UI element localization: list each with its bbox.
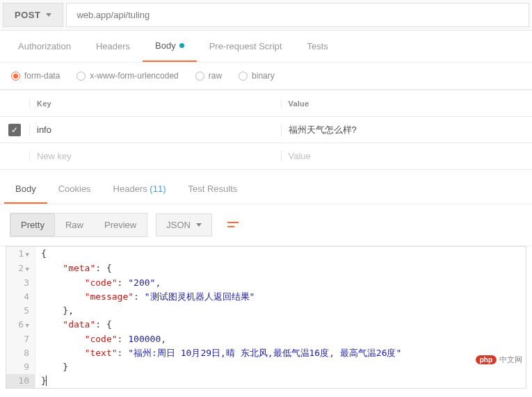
body-type-form-data[interactable]: form-data — [11, 71, 60, 81]
response-view-row: PrettyRawPreview JSON — [0, 204, 532, 246]
watermark-badge: php — [476, 355, 497, 364]
line-number: 10 — [6, 374, 35, 388]
new-value-input[interactable]: Value — [281, 151, 533, 161]
row-enabled-checkbox[interactable]: ✓ — [8, 124, 21, 136]
line-number: 3 — [6, 276, 35, 290]
header-count-badge: (11) — [147, 184, 166, 194]
request-url-input[interactable]: web.app/api/tuling — [66, 3, 529, 27]
response-tab-body[interactable]: Body — [4, 175, 47, 204]
table-new-row: New key Value — [0, 143, 532, 169]
code-line: 10} — [6, 374, 526, 388]
line-number: 9 — [6, 360, 35, 374]
response-tab-test-results[interactable]: Test Results — [177, 175, 248, 204]
fold-toggle-icon[interactable]: ▼ — [24, 262, 29, 276]
response-tab-headers[interactable]: Headers (11) — [102, 175, 177, 204]
code-line: 3 "code": "200", — [6, 276, 526, 290]
table-row: ✓ info 福州天气怎么样? — [0, 116, 532, 143]
radio-icon — [195, 72, 204, 81]
http-method-label: POST — [15, 10, 40, 20]
view-mode-pretty[interactable]: Pretty — [10, 213, 55, 236]
tab-tests[interactable]: Tests — [294, 31, 340, 62]
tab-body[interactable]: Body — [143, 31, 197, 62]
code-line: 1 ▼{ — [6, 247, 526, 261]
tab-authorization[interactable]: Authorization — [6, 31, 83, 62]
line-number: 4 — [6, 290, 35, 304]
header-key: Key — [29, 99, 281, 108]
param-value-input[interactable]: 福州天气怎么样? — [281, 124, 533, 136]
new-key-input[interactable]: New key — [29, 151, 281, 161]
tab-pre-request-script[interactable]: Pre-request Script — [197, 31, 295, 62]
line-number: 5 — [6, 304, 35, 318]
wrap-lines-button[interactable] — [222, 216, 244, 234]
code-line: 9 } — [6, 360, 526, 374]
code-line: 5 }, — [6, 304, 526, 318]
code-line: 8 "text": "福州:周日 10月29日,晴 东北风,最低气温16度, 最… — [6, 346, 526, 360]
fold-toggle-icon[interactable]: ▼ — [24, 318, 29, 332]
code-line: 6 ▼ "data": { — [6, 318, 526, 332]
radio-icon — [239, 72, 248, 81]
body-type-raw[interactable]: raw — [195, 71, 222, 81]
view-mode-preview[interactable]: Preview — [94, 213, 147, 236]
view-mode-raw[interactable]: Raw — [55, 213, 94, 236]
fold-toggle-icon[interactable]: ▼ — [24, 248, 29, 261]
http-method-select[interactable]: POST — [3, 3, 63, 27]
radio-icon — [76, 72, 86, 81]
request-tabs: AuthorizationHeadersBodyPre-request Scri… — [0, 31, 532, 63]
response-tabs: BodyCookiesHeaders (11)Test Results — [0, 175, 532, 204]
tab-headers[interactable]: Headers — [83, 31, 143, 62]
response-tab-cookies[interactable]: Cookies — [47, 175, 102, 204]
line-number: 2 ▼ — [6, 261, 35, 276]
line-number: 1 ▼ — [6, 247, 35, 261]
code-line: 7 "code": 100000, — [6, 332, 526, 346]
response-body-editor[interactable]: 1 ▼{2 ▼ "meta": {3 "code": "200",4 "mess… — [6, 246, 526, 389]
radio-icon — [11, 72, 20, 81]
params-table: Key Value ✓ info 福州天气怎么样? New key Value — [0, 90, 532, 170]
wrap-icon — [227, 220, 239, 230]
code-line: 2 ▼ "meta": { — [6, 261, 526, 276]
header-value: Value — [281, 99, 533, 108]
chevron-down-icon — [196, 223, 202, 227]
text-cursor — [46, 375, 47, 386]
body-type-binary[interactable]: binary — [239, 71, 275, 81]
table-header: Key Value — [0, 90, 532, 116]
response-format-select[interactable]: JSON — [156, 213, 212, 236]
line-number: 6 ▼ — [6, 318, 35, 332]
body-type-row: form-datax-www-form-urlencodedrawbinary — [0, 63, 532, 90]
chevron-down-icon — [46, 13, 51, 17]
line-number: 7 — [6, 332, 35, 346]
param-key-input[interactable]: info — [29, 124, 281, 135]
unsaved-indicator-icon — [179, 43, 184, 48]
watermark: php 中文网 — [476, 355, 522, 365]
line-number: 8 — [6, 346, 35, 360]
watermark-text: 中文网 — [499, 355, 522, 365]
body-type-x-www-form-urlencoded[interactable]: x-www-form-urlencoded — [76, 71, 178, 81]
code-line: 4 "message": "测试图灵机器人返回结果" — [6, 290, 526, 304]
